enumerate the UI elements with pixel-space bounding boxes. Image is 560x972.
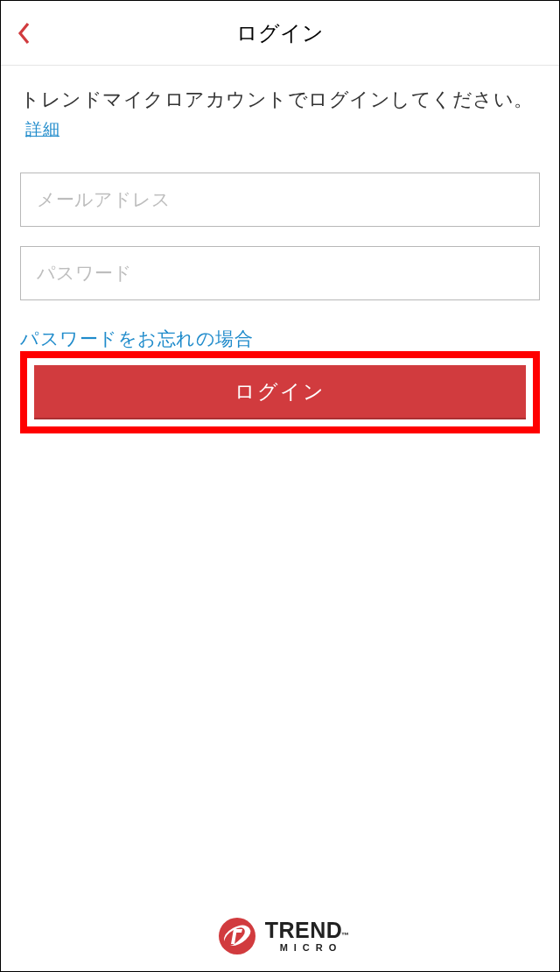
svg-point-0 <box>219 918 256 954</box>
trend-micro-logo-icon <box>218 917 256 955</box>
brand-name-bottom: MICRO <box>265 943 343 953</box>
email-field[interactable] <box>20 173 540 227</box>
main-content: トレンドマイクロアカウントでログインしてください。 詳細 パスワードをお忘れの場… <box>1 66 559 901</box>
detail-link[interactable]: 詳細 <box>25 120 60 138</box>
header-bar: ログイン <box>1 1 559 66</box>
brand-name-top: TREND™ <box>265 919 343 941</box>
login-button-highlight: ログイン <box>20 351 540 433</box>
instruction-label: トレンドマイクロアカウントでログインしてください。 <box>20 88 534 110</box>
back-button[interactable] <box>17 21 31 46</box>
chevron-left-icon <box>17 21 31 46</box>
footer-brand: TREND™ MICRO <box>1 901 559 971</box>
login-button[interactable]: ログイン <box>34 365 526 419</box>
brand-text: TREND™ MICRO <box>265 919 343 953</box>
page-title: ログイン <box>1 19 559 47</box>
forgot-password-link[interactable]: パスワードをお忘れの場合 <box>20 327 253 351</box>
trademark-symbol: ™ <box>341 932 350 940</box>
instruction-text: トレンドマイクロアカウントでログインしてください。 詳細 <box>20 85 540 143</box>
password-field[interactable] <box>20 246 540 300</box>
